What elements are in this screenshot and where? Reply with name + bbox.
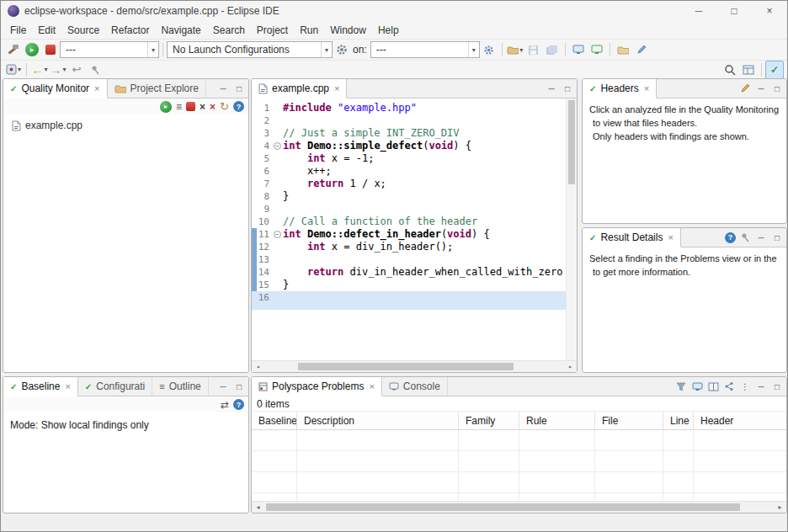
chevron-down-icon[interactable]: ▾ <box>468 42 479 57</box>
chevron-down-icon[interactable]: ▾ <box>62 66 66 73</box>
code-line[interactable]: 11−int Demo::defect_in_header(void) { <box>252 228 566 241</box>
target-combo[interactable]: --- ▾ <box>370 41 480 58</box>
tab-outline[interactable]: ≡ Outline <box>152 377 208 396</box>
line-number[interactable]: 4 <box>252 140 274 152</box>
minimize-view-button[interactable]: ─ <box>545 82 558 95</box>
launch-config-combo[interactable]: No Launch Configurations ▾ <box>167 41 333 58</box>
editor-horizontal-scrollbar[interactable]: ◂ ▸ <box>252 360 577 372</box>
line-number[interactable]: 1 <box>252 102 274 114</box>
scroll-right-icon[interactable]: ▸ <box>564 361 577 372</box>
menu-edit[interactable]: Edit <box>32 23 61 38</box>
column-header-file[interactable]: File <box>595 412 663 429</box>
run-monitor-button[interactable]: ▸ <box>160 101 172 113</box>
file-tree-item[interactable]: example.cpp <box>3 114 248 131</box>
minimize-view-button[interactable]: ─ <box>216 380 230 393</box>
chevron-down-icon[interactable]: ▾ <box>321 42 332 57</box>
tab-quality-monitor[interactable]: ✓ Quality Monitor × <box>3 79 108 98</box>
column-header-line[interactable]: Line <box>663 412 694 429</box>
forward-button[interactable]: → ▾ <box>49 61 67 79</box>
chevron-down-icon[interactable]: ▾ <box>519 46 523 54</box>
line-number[interactable]: 9 <box>252 203 274 215</box>
tab-polyspace-problems[interactable]: Polyspace Problems × <box>252 377 382 396</box>
menu-run[interactable]: Run <box>294 23 324 38</box>
chevron-down-icon[interactable]: ▾ <box>147 42 158 57</box>
open-project-button[interactable] <box>614 40 632 59</box>
close-icon[interactable]: × <box>94 83 99 93</box>
code-line[interactable]: 8} <box>252 190 566 203</box>
line-number[interactable]: 10 <box>252 215 274 228</box>
tab-result-details[interactable]: ✓ Result Details × <box>583 228 681 247</box>
layout-button[interactable] <box>706 380 720 393</box>
menu-project[interactable]: Project <box>251 23 294 38</box>
display-button[interactable] <box>588 40 606 59</box>
scroll-left-icon[interactable]: ◂ <box>252 361 264 372</box>
maximize-view-button[interactable]: □ <box>770 380 784 393</box>
line-number[interactable]: 8 <box>252 190 274 203</box>
save-all-button[interactable] <box>543 40 562 59</box>
maximize-button[interactable]: □ <box>716 1 752 21</box>
tab-headers[interactable]: ✓ Headers × <box>583 79 657 98</box>
column-header-header[interactable]: Header <box>694 412 787 429</box>
help-button[interactable]: ? <box>725 232 736 243</box>
menu-window[interactable]: Window <box>324 23 372 38</box>
maximize-view-button[interactable]: □ <box>561 82 574 95</box>
quality-annotation-button[interactable]: ▾ <box>4 61 23 79</box>
chevron-down-icon[interactable]: ▾ <box>18 66 21 73</box>
close-icon[interactable]: × <box>644 83 649 93</box>
scrollbar-thumb[interactable] <box>298 363 514 370</box>
last-edit-button[interactable]: ↩ <box>67 61 86 79</box>
build-config-combo[interactable]: --- ▾ <box>60 41 159 58</box>
tab-project-explorer[interactable]: Project Explore <box>108 79 206 98</box>
pin-editor-button[interactable] <box>86 61 104 79</box>
scroll-right-icon[interactable]: ▸ <box>774 502 786 513</box>
minimize-view-button[interactable]: ─ <box>754 82 768 95</box>
scrollbar-thumb[interactable] <box>568 100 575 184</box>
scroll-left-icon[interactable]: ◂ <box>252 502 264 513</box>
pin-view-button[interactable] <box>738 231 752 244</box>
close-icon[interactable]: × <box>65 381 70 391</box>
code-line[interactable]: 9 <box>252 203 566 215</box>
minimize-view-button[interactable]: ─ <box>754 380 768 393</box>
column-header-family[interactable]: Family <box>459 412 519 429</box>
code-line[interactable]: 10// Call a function of the header <box>252 215 566 228</box>
fold-collapse-icon[interactable]: − <box>274 142 281 150</box>
code-line[interactable]: 15} <box>252 279 566 291</box>
code-line[interactable]: 12 int x = div_in_header(); <box>252 241 566 253</box>
tab-example-cpp[interactable]: example.cpp × <box>252 79 347 98</box>
code-line[interactable]: 7 return 1 / x; <box>252 178 566 190</box>
scrollbar-thumb[interactable] <box>266 503 740 511</box>
fold-collapse-icon[interactable]: − <box>274 231 281 238</box>
launch-settings-button[interactable] <box>333 40 351 59</box>
open-console-button[interactable] <box>690 380 704 393</box>
remove-all-button[interactable]: × <box>210 101 216 113</box>
code-line[interactable]: 4−int Demo::simple_defect(void) { <box>252 140 566 152</box>
view-menu-button[interactable]: ⋮ <box>738 380 752 393</box>
clear-button[interactable]: × <box>200 101 205 113</box>
help-button[interactable]: ? <box>233 399 244 410</box>
code-line[interactable]: 13 <box>252 253 566 266</box>
chevron-down-icon[interactable]: ▾ <box>44 66 47 73</box>
minimize-view-button[interactable]: ─ <box>216 82 230 95</box>
show-list-button[interactable]: ≡ <box>176 101 182 113</box>
run-analysis-button[interactable]: ▸ <box>23 40 41 59</box>
code-line[interactable]: 1#include "example.hpp" <box>252 102 566 114</box>
polyspace-perspective-button[interactable]: ✓ <box>765 61 784 79</box>
stop-monitor-button[interactable] <box>186 102 195 111</box>
new-wizard-button[interactable]: ▾ <box>506 40 524 59</box>
close-button[interactable]: × <box>752 1 787 21</box>
menu-navigate[interactable]: Navigate <box>155 23 206 38</box>
maximize-view-button[interactable]: □ <box>770 82 784 95</box>
minimize-button[interactable]: ─ <box>681 1 716 21</box>
close-icon[interactable]: × <box>369 381 374 391</box>
open-perspective-button[interactable] <box>739 61 758 79</box>
code-line[interactable]: 3// Just a simple INT_ZERO_DIV <box>252 127 566 140</box>
line-number[interactable]: 6 <box>252 165 274 178</box>
link-button[interactable]: ⇄ <box>221 399 229 411</box>
problems-horizontal-scrollbar[interactable]: ◂ ▸ <box>252 501 786 513</box>
code-line[interactable]: 5 int x = -1; <box>252 152 566 165</box>
menu-search[interactable]: Search <box>207 23 251 38</box>
code-editor[interactable]: 1#include "example.hpp"23// Just a simpl… <box>252 98 577 372</box>
maximize-view-button[interactable]: □ <box>232 82 246 95</box>
line-number[interactable]: 3 <box>252 127 274 140</box>
close-icon[interactable]: × <box>668 232 673 242</box>
